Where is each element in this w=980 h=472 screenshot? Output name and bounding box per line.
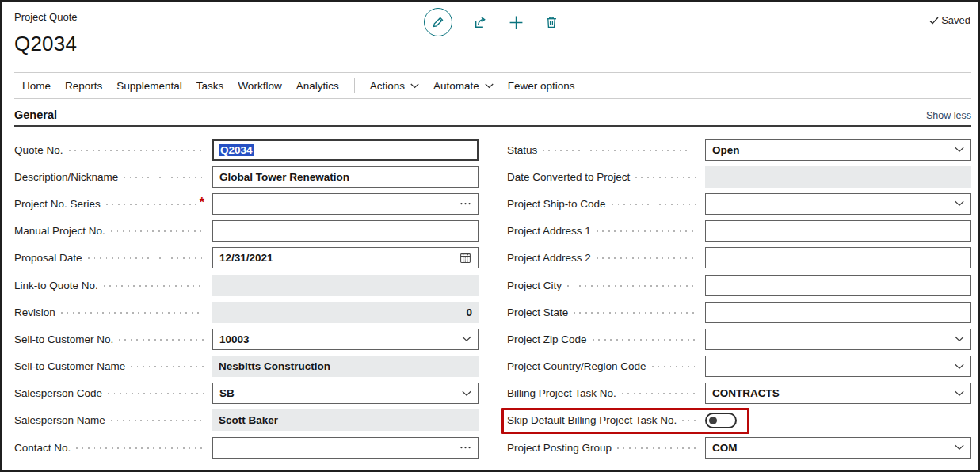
new-button[interactable] [509,15,524,30]
field-row-project-address-1: Project Address 1 [507,218,971,245]
leader-dots [622,393,697,394]
field-label: Project Posting Group [507,442,612,454]
share-button[interactable] [473,15,488,30]
project-city-field[interactable] [705,275,971,296]
menu-item-analytics[interactable]: Analytics [289,80,346,92]
select-chevron-icon[interactable] [955,364,964,370]
project-address-1-field[interactable] [705,220,971,242]
leader-dots [124,177,204,178]
menu-dropdown-actions[interactable]: Actions [363,80,426,92]
leader-dots [131,366,204,367]
select-chevron-icon[interactable] [462,390,471,397]
sell-to-customer-no-field[interactable]: 10003 [212,329,479,350]
lookup-icon[interactable] [459,201,471,206]
field-row-date-converted-to-project: Date Converted to Project [507,163,971,190]
leader-dots [61,312,204,314]
field-row-project-country-region-code: Project Country/Region Code [507,353,971,380]
leader-dots [106,204,196,205]
select-chevron-icon[interactable] [955,147,964,153]
field-label: Link-to Quote No. [14,280,98,291]
share-icon [473,15,488,30]
status-field[interactable]: Open [705,139,971,161]
form-column-left: Quote No.Q2034Description/NicknameGlobal… [14,136,479,461]
manual-project-no-field[interactable] [212,220,479,242]
select-chevron-icon[interactable] [955,444,964,451]
proposal-date-field[interactable]: 12/31/2021 [212,247,479,268]
save-status: Saved [929,14,970,26]
salesperson-name-field: Scott Baker [212,409,479,431]
project-address-2-field[interactable] [705,247,971,268]
field-value: Open [712,144,950,156]
calendar-icon[interactable] [459,252,471,264]
field-value: Q2034 [219,144,471,156]
field-row-status: StatusOpen [507,136,971,163]
field-value: Global Tower Renewation [219,171,471,183]
field-row-project-posting-group: Project Posting GroupCOM [507,434,971,461]
field-label: Project No. Series [14,198,101,210]
project-posting-group-field[interactable]: COM [705,437,971,459]
menu-item-reports[interactable]: Reports [58,80,109,92]
field-value: COM [712,442,950,454]
field-row-billing-project-task-no: Billing Project Task No.CONTRACTS [507,380,971,407]
description-nickname-field[interactable]: Global Tower Renewation [212,166,479,188]
leader-dots [682,420,697,421]
field-label: Sell-to Customer No. [14,333,113,345]
menu-divider [354,78,355,93]
edit-button[interactable] [424,8,452,36]
field-value: Nesbitts Construction [219,360,472,372]
project-state-field[interactable] [705,302,971,323]
menu-dropdown-automate[interactable]: Automate [426,80,501,92]
revision-field: 0 [212,302,479,323]
menu-item-tasks[interactable]: Tasks [189,80,231,92]
field-row-project-no-series: Project No. Series* [14,190,479,217]
leader-dots [597,230,697,232]
billing-project-task-no-field[interactable]: CONTRACTS [705,383,971,404]
select-chevron-icon[interactable] [955,200,964,207]
salesperson-code-field[interactable]: SB [212,383,479,404]
page-header: Project Quote Saved Q2034 [2,2,978,72]
project-no-series-field[interactable] [212,193,479,215]
field-label: Quote No. [14,144,63,156]
project-country-region-code-field[interactable] [705,356,971,377]
sell-to-customer-name-field: Nesbitts Construction [212,356,479,377]
new-icon [509,15,524,30]
field-label: Sell-to Customer Name [14,360,125,372]
field-label: Salesperson Code [14,387,102,399]
menu-item-supplemental[interactable]: Supplemental [109,80,189,92]
quote-no-field[interactable]: Q2034 [212,139,479,161]
menu-item-home[interactable]: Home [15,80,58,92]
menu-item-workflow[interactable]: Workflow [231,80,288,92]
app-window: Project Quote Saved Q2034 HomeReportsSup… [0,0,980,472]
field-label: Revision [14,306,55,318]
delete-button[interactable] [544,15,559,29]
fewer-options-button[interactable]: Fewer options [501,80,582,92]
field-label: Billing Project Task No. [507,387,616,399]
leader-dots [597,257,697,259]
general-form: Quote No.Q2034Description/NicknameGlobal… [14,136,971,461]
field-row-link-to-quote-no: Link-to Quote No. [14,272,479,299]
field-row-contact-no: Contact No. [14,434,479,461]
project-zip-code-field[interactable] [705,329,971,350]
select-chevron-icon[interactable] [462,336,471,342]
delete-icon [544,15,559,29]
contact-no-field[interactable] [212,437,479,459]
lookup-icon[interactable] [459,445,471,450]
field-label: Contact No. [14,442,71,454]
show-less-link[interactable]: Show less [926,110,971,121]
leader-dots [111,420,204,421]
toggle-slot [705,409,971,431]
field-value: SB [219,387,457,399]
leader-dots [69,150,204,151]
field-label: Manual Project No. [14,225,105,237]
field-value: 0 [219,306,472,318]
field-label: Proposal Date [14,252,82,264]
field-row-sell-to-customer-no: Sell-to Customer No.10003 [14,325,479,352]
project-ship-to-code-field[interactable] [705,193,971,215]
skip-default-billing-project-task-no-toggle[interactable] [705,413,737,428]
field-label: Project Zip Code [507,333,587,345]
select-chevron-icon[interactable] [955,390,964,397]
select-chevron-icon[interactable] [955,336,964,342]
field-label: Project Address 2 [507,252,591,264]
field-label: Salesperson Name [14,414,105,426]
menu-bar: HomeReportsSupplementalTasksWorkflowAnal… [2,73,978,98]
